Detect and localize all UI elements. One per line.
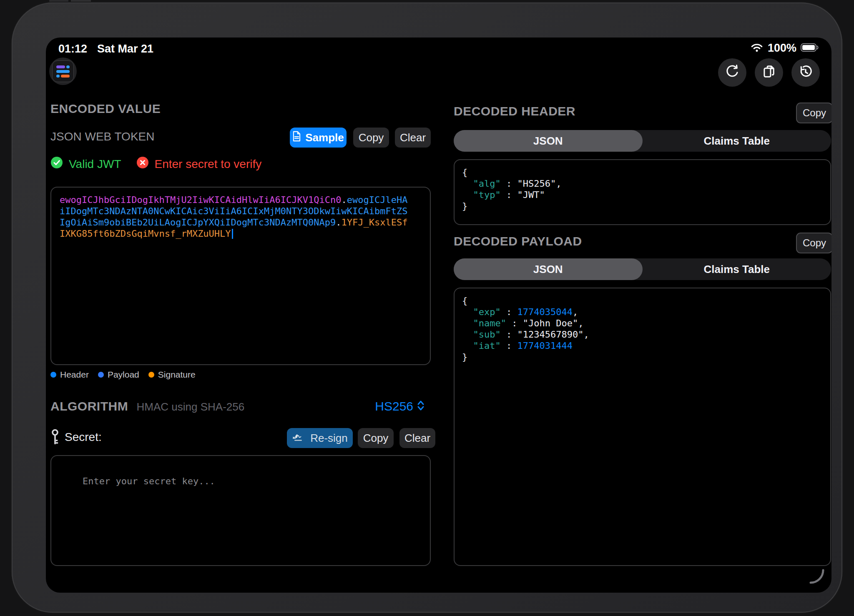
tab-header-claims-table[interactable]: Claims Table — [643, 130, 831, 152]
refresh-button[interactable] — [718, 58, 746, 87]
decoded-header-copy-button[interactable]: Copy — [796, 103, 831, 123]
resign-button[interactable]: Re-sign — [287, 428, 353, 448]
secret-copy-label: Copy — [363, 432, 389, 445]
tab-header-json-label: JSON — [533, 135, 563, 148]
jwt-field-label: JSON WEB TOKEN — [50, 130, 154, 143]
decoded-payload-json: { "exp" : 1774035044, "name" : "John Doe… — [454, 288, 831, 566]
verify-status-label: Enter secret to verify — [155, 158, 262, 171]
algorithm-title: ALGORITHM — [50, 399, 128, 413]
verify-status: Enter secret to verify — [136, 156, 262, 172]
decoded-payload-copy-label: Copy — [803, 237, 826, 249]
secret-placeholder: Enter your secret key... — [83, 476, 215, 486]
legend-header: Header — [50, 370, 89, 380]
legend-signature: Signature — [148, 370, 196, 380]
decoded-payload-copy-button[interactable]: Copy — [796, 233, 831, 253]
resign-button-label: Re-sign — [310, 432, 348, 445]
check-circle-icon — [50, 156, 63, 172]
x-circle-icon — [136, 156, 149, 172]
secret-input[interactable]: Enter your secret key... — [50, 455, 431, 566]
status-time: 01:12 — [58, 43, 87, 55]
algorithm-selected-value: HS256 — [375, 399, 413, 413]
decoded-payload-title: DECODED PAYLOAD — [454, 234, 582, 248]
copy-all-button[interactable] — [755, 58, 783, 87]
algorithm-subtitle: HMAC using SHA-256 — [137, 401, 245, 413]
app-menu-button[interactable] — [49, 58, 77, 85]
decoded-header-copy-label: Copy — [803, 107, 826, 119]
tab-header-claims-label: Claims Table — [704, 135, 770, 148]
secret-copy-button[interactable]: Copy — [358, 428, 394, 448]
algorithm-selector[interactable]: HS256 — [375, 399, 425, 413]
token-clear-label: Clear — [400, 131, 426, 144]
secret-label: Secret: — [65, 431, 102, 444]
decoded-header-tabs: JSON Claims Table — [454, 130, 831, 152]
legend-header-label: Header — [60, 370, 89, 380]
valid-jwt-status: Valid JWT — [50, 156, 121, 172]
token-legend: Header Payload Signature — [50, 370, 196, 380]
decoded-payload-tabs: JSON Claims Table — [454, 258, 831, 280]
copy-documents-icon — [761, 64, 777, 81]
app-screen: 01:12 Sat Mar 21 100% — [46, 38, 831, 593]
key-icon — [50, 429, 60, 448]
status-date: Sat Mar 21 — [97, 43, 153, 55]
history-clock-icon — [798, 64, 814, 81]
sample-button-label: Sample — [305, 131, 344, 144]
tab-payload-claims-table[interactable]: Claims Table — [643, 258, 831, 280]
token-copy-label: Copy — [359, 131, 384, 144]
tab-payload-claims-label: Claims Table — [704, 263, 770, 276]
sample-button[interactable]: Sample — [290, 128, 347, 148]
tab-payload-json-label: JSON — [533, 263, 563, 276]
battery-percent: 100% — [768, 42, 796, 55]
history-button[interactable] — [791, 58, 820, 87]
legend-payload: Payload — [98, 370, 139, 380]
secret-row: Secret: Re-sign Copy Clear — [50, 428, 431, 448]
token-copy-button[interactable]: Copy — [353, 128, 389, 148]
token-clear-button[interactable]: Clear — [395, 128, 431, 148]
resize-handle-icon[interactable] — [806, 566, 826, 587]
header-dot — [50, 372, 56, 378]
secret-clear-label: Clear — [404, 432, 430, 445]
payload-dot — [98, 372, 104, 378]
decoded-header-title: DECODED HEADER — [454, 104, 575, 118]
wifi-icon — [750, 43, 764, 54]
algorithm-row: ALGORITHM HMAC using SHA-256 HS256 — [50, 399, 431, 418]
legend-payload-label: Payload — [108, 370, 139, 380]
legend-signature-label: Signature — [158, 370, 196, 380]
decoded-header-json: { "alg" : "HS256", "typ" : "JWT"} — [454, 159, 831, 225]
status-bar-left: 01:12 Sat Mar 21 — [58, 43, 153, 55]
valid-jwt-label: Valid JWT — [69, 158, 121, 171]
battery-icon — [801, 43, 819, 54]
ipad-device-frame: 01:12 Sat Mar 21 100% — [12, 3, 842, 613]
tab-header-json[interactable]: JSON — [454, 130, 643, 152]
chevron-up-down-icon — [417, 399, 425, 413]
tab-payload-json[interactable]: JSON — [454, 258, 643, 280]
jwt-token-input[interactable]: ewogICJhbGciIDogIkhTMjU2IiwKICAidHlwIiA6… — [50, 187, 431, 365]
signature-dot — [148, 372, 154, 378]
refresh-icon — [724, 64, 740, 81]
encoded-section-title: ENCODED VALUE — [50, 102, 161, 116]
document-icon — [292, 131, 301, 145]
app-logo-icon — [52, 60, 74, 82]
top-toolbar — [718, 58, 820, 87]
status-bar-right: 100% — [750, 42, 819, 55]
secret-clear-button[interactable]: Clear — [399, 428, 435, 448]
validation-status-row: Valid JWT Enter secret to verify — [50, 156, 261, 172]
signature-icon — [292, 432, 306, 445]
